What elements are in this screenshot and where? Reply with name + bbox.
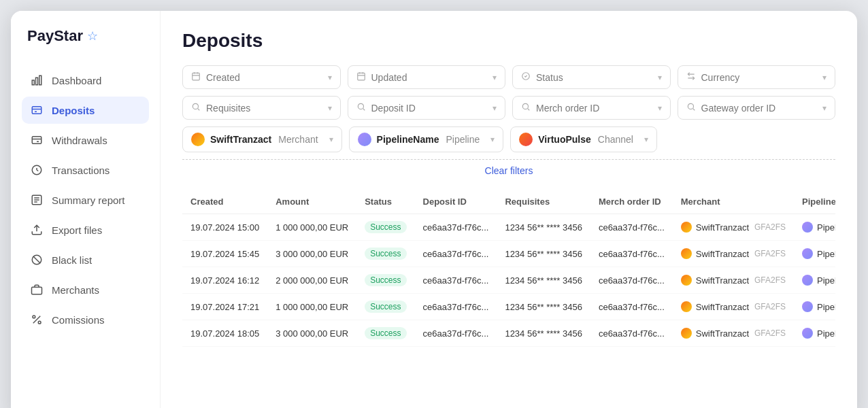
col-merch-order-id: Merch order ID: [590, 190, 673, 214]
merchant-sub-3: GFA2FS: [754, 302, 786, 311]
search-icon-deposit-id: [356, 102, 366, 114]
sidebar-item-deposits[interactable]: Deposits: [22, 97, 149, 124]
merchant-name-2: SwiftTranzact: [696, 275, 749, 286]
sidebar: PayStar ☆ Dashboard Deposits Withdrawals: [11, 11, 161, 408]
pipeline-logo-0: [802, 222, 813, 233]
sidebar-item-withdrawals[interactable]: Withdrawals: [22, 126, 149, 154]
cell-created-2: 19.07.2024 16:12: [182, 267, 267, 294]
table-row[interactable]: 19.07.2024 18:05 3 000 000,00 EUR Succes…: [182, 320, 835, 347]
chevron-down-deposit-id: ▾: [493, 103, 497, 113]
cell-merchant-2: SwiftTranzact GFA2FS: [673, 267, 794, 294]
sidebar-label-merchants: Merchants: [52, 284, 99, 296]
sidebar-item-commissions[interactable]: Comissions: [22, 306, 149, 333]
merchant-sub-2: GFA2FS: [754, 275, 786, 285]
sidebar-item-black-list[interactable]: Black list: [22, 246, 149, 273]
clear-filters-button[interactable]: Clear filters: [485, 165, 533, 176]
merchant-filter-name: SwiftTranzact: [210, 134, 271, 145]
table-row[interactable]: 19.07.2024 16:12 2 000 000,00 EUR Succes…: [182, 267, 835, 294]
filter-updated-label: Updated: [371, 72, 488, 83]
cell-requisites-1: 1234 56** **** 3456: [497, 241, 590, 267]
deposit-icon: [30, 103, 44, 117]
filter-created[interactable]: Created ▾: [182, 65, 341, 89]
sidebar-item-dashboard[interactable]: Dashboard: [22, 67, 149, 94]
logo: PayStar ☆: [22, 27, 149, 45]
search-icon-gateway: [686, 102, 696, 114]
svg-line-7: [37, 170, 38, 171]
cell-deposit-id-0: ce6aa37d-f76c...: [415, 214, 497, 241]
app-window: PayStar ☆ Dashboard Deposits Withdrawals: [11, 11, 857, 408]
cell-pipeline-3: PipelineName GFA: [794, 294, 835, 320]
filter-deposit-id[interactable]: Deposit ID ▾: [348, 96, 506, 120]
status-badge-4: Success: [365, 327, 406, 339]
svg-line-35: [692, 109, 695, 111]
cell-amount-0: 1 000 000,00 EUR: [267, 214, 356, 241]
col-deposit-id: Deposit ID: [415, 190, 497, 214]
merchant-filter-tag[interactable]: SwiftTranzact Merchant ▾: [182, 126, 342, 152]
status-badge-2: Success: [365, 274, 406, 286]
filter-currency[interactable]: Currency ▾: [678, 65, 836, 89]
filter-status[interactable]: Status ▾: [512, 65, 671, 89]
sidebar-item-merchants[interactable]: Merchants: [22, 276, 149, 303]
pipeline-filter-tag[interactable]: PipelineName Pipeline ▾: [349, 126, 504, 152]
cell-merch-order-id-0: ce6aa37d-f76c...: [590, 214, 673, 241]
merchant-logo-0: [681, 222, 692, 233]
merchant-sub-0: GFA2FS: [754, 222, 786, 232]
chevron-down-requisites: ▾: [328, 103, 332, 113]
svg-rect-3: [32, 107, 41, 114]
pipeline-name-2: PipelineName: [817, 275, 835, 286]
sidebar-item-export-files[interactable]: Export files: [22, 216, 149, 243]
virtuo-logo: [519, 133, 533, 146]
merchant-logo-4: [681, 328, 692, 339]
filter-requisites-label: Requisites: [206, 103, 322, 114]
sidebar-item-summary-report[interactable]: Summary report: [22, 186, 149, 214]
cell-merchant-4: SwiftTranzact GFA2FS: [673, 320, 794, 347]
pipeline-logo-4: [802, 328, 813, 339]
table-header: Created Amount Status Deposit ID Requisi…: [182, 190, 835, 214]
svg-rect-15: [32, 287, 42, 294]
cell-deposit-id-4: ce6aa37d-f76c...: [415, 320, 497, 347]
merchant-name-4: SwiftTranzact: [696, 328, 749, 339]
main-content: Deposits Created ▾ Updated ▾: [161, 11, 857, 408]
pipeline-logo-2: [802, 275, 813, 286]
sidebar-item-transactions[interactable]: Transactions: [22, 156, 149, 184]
cell-requisites-3: 1234 56** **** 3456: [497, 294, 590, 320]
svg-line-16: [33, 316, 41, 324]
logo-text: PayStar: [27, 27, 83, 45]
table-row[interactable]: 19.07.2024 15:00 1 000 000,00 EUR Succes…: [182, 214, 835, 241]
filter-updated[interactable]: Updated ▾: [348, 65, 506, 89]
col-status: Status: [356, 190, 414, 214]
svg-line-14: [33, 256, 41, 264]
cell-amount-2: 2 000 000,00 EUR: [267, 267, 356, 294]
filter-currency-label: Currency: [701, 72, 818, 83]
chevron-merchant: ▾: [329, 135, 333, 144]
table-row[interactable]: 19.07.2024 17:21 1 000 000,00 EUR Succes…: [182, 294, 835, 320]
filter-requisites[interactable]: Requisites ▾: [182, 96, 341, 120]
filter-merch-order-id[interactable]: Merch order ID ▾: [512, 96, 671, 120]
filter-deposit-id-label: Deposit ID: [371, 103, 488, 114]
filter-created-label: Created: [206, 72, 322, 83]
channel-filter-tag[interactable]: VirtuoPulse Channel ▾: [510, 126, 657, 152]
merchant-name-0: SwiftTranzact: [696, 222, 749, 233]
table-row[interactable]: 19.07.2024 15:45 3 000 000,00 EUR Succes…: [182, 241, 835, 267]
cell-merch-order-id-4: ce6aa37d-f76c...: [590, 320, 673, 347]
pipeline-filter-type: Pipeline: [446, 134, 480, 145]
merchant-logo-2: [681, 275, 692, 286]
col-pipeline: Pipeline: [794, 190, 835, 214]
cell-status-1: Success: [356, 241, 414, 267]
cell-merch-order-id-3: ce6aa37d-f76c...: [590, 294, 673, 320]
chevron-down-gateway: ▾: [822, 103, 827, 113]
status-icon: [521, 71, 531, 83]
channel-filter-name: VirtuoPulse: [538, 134, 591, 145]
pipeline-logo-3: [802, 301, 813, 312]
col-created: Created: [182, 190, 267, 214]
cell-pipeline-1: PipelineName GFA: [794, 241, 835, 267]
channel-filter-type: Channel: [598, 134, 633, 145]
filter-gateway-order-id[interactable]: Gateway order ID ▾: [678, 96, 836, 120]
col-amount: Amount: [267, 190, 356, 214]
pipeline-logo-1: [802, 248, 813, 259]
sidebar-label-summary-report: Summary report: [52, 194, 125, 206]
filter-merch-order-id-label: Merch order ID: [536, 103, 652, 114]
cell-status-0: Success: [356, 214, 414, 241]
svg-rect-1: [36, 78, 38, 85]
col-requisites: Requisites: [497, 190, 590, 214]
